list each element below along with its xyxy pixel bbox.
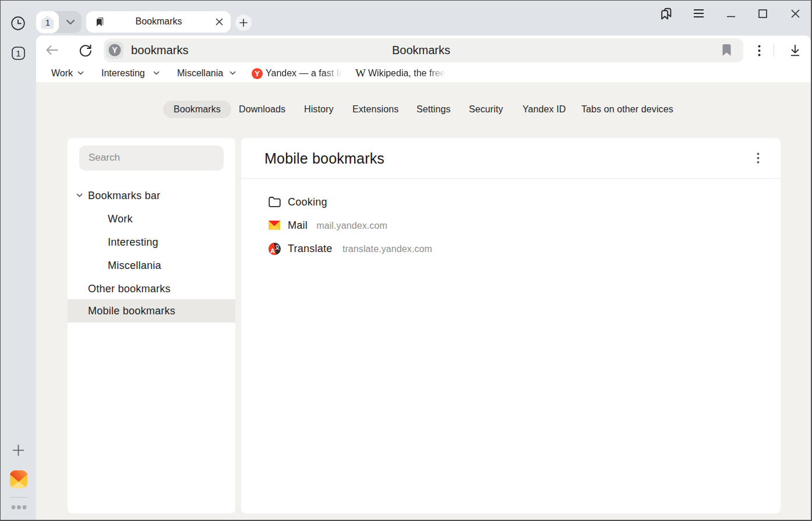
svg-text:Y: Y (112, 45, 118, 55)
svg-text:A: A (270, 247, 275, 254)
svg-text:Y: Y (255, 69, 260, 78)
svg-text:1: 1 (16, 48, 20, 58)
svg-text:1: 1 (45, 17, 50, 27)
